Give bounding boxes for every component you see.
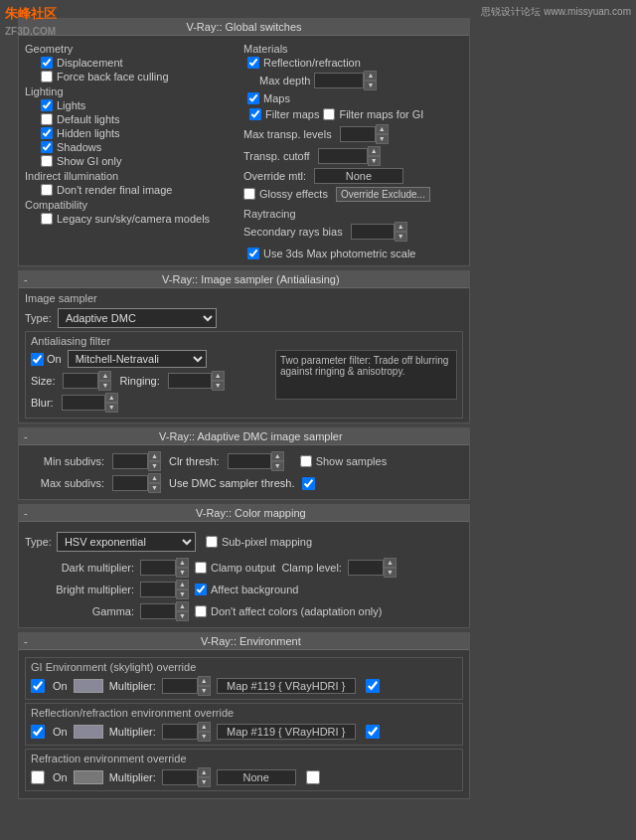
watermark-right: 思锐设计论坛 www.missyuan.com: [481, 5, 631, 19]
image-sampler-minus[interactable]: -: [19, 271, 33, 287]
color-mapping-minus[interactable]: -: [19, 505, 33, 521]
use-dmc-checkbox[interactable]: [302, 477, 315, 490]
max-depth-label: Max depth: [259, 75, 310, 86]
transp-cutoff-input[interactable]: 0,001: [318, 148, 368, 164]
refr-env-group: Refraction environment override On Multi…: [25, 749, 463, 791]
transp-cutoff-row: Transp. cutoff 0,001 ▲▼: [243, 146, 463, 166]
refr-color-box[interactable]: [74, 770, 103, 784]
use-photometric-checkbox[interactable]: [247, 248, 259, 259]
min-subdivs-arrows[interactable]: ▲▼: [148, 451, 161, 471]
ringing-arrows[interactable]: ▲▼: [212, 371, 225, 391]
show-samples-label: Show samples: [316, 455, 388, 467]
reflection-refraction-checkbox[interactable]: [247, 57, 259, 69]
shadows-checkbox[interactable]: [41, 141, 53, 153]
maps-checkbox[interactable]: [247, 92, 259, 104]
blur-input[interactable]: 0,333: [62, 395, 105, 411]
sub-pixel-checkbox[interactable]: [206, 536, 218, 548]
dark-mult-input[interactable]: 1,0: [140, 560, 176, 576]
refl-env-label: Reflection/refraction environment overri…: [31, 707, 457, 719]
environment-header-bar: - V-Ray:: Environment: [19, 633, 469, 650]
max-depth-input[interactable]: 2: [314, 73, 364, 88]
dark-mult-arrows[interactable]: ▲▼: [176, 558, 189, 578]
gamma-arrows[interactable]: ▲▼: [176, 601, 189, 621]
cm-type-select[interactable]: HSV exponential: [57, 532, 196, 552]
refl-multiplier-input[interactable]: 1,0: [162, 724, 198, 740]
clamp-output-checkbox[interactable]: [195, 562, 207, 574]
clamp-level-arrows[interactable]: ▲▼: [384, 558, 397, 578]
clr-thresh-arrows[interactable]: ▲▼: [271, 451, 284, 471]
blur-label: Blur:: [31, 397, 54, 409]
gi-map-value: Map #119 { VRayHDRI }: [217, 678, 356, 694]
clamp-level-input[interactable]: 1,0: [348, 560, 384, 576]
max-transp-arrows[interactable]: ▲▼: [376, 124, 389, 144]
force-back-label: Force back face culling: [57, 71, 169, 83]
adaptive-dmc-minus[interactable]: -: [19, 428, 33, 444]
affect-background-label: Affect background: [211, 584, 298, 595]
antialiasing-label: Antialiasing filter: [31, 335, 457, 347]
gi-multiplier-input[interactable]: 1,0: [162, 678, 198, 694]
gi-multiplier-arrows[interactable]: ▲▼: [198, 676, 211, 696]
filter-maps-gi-checkbox[interactable]: [323, 108, 335, 120]
dont-affect-checkbox[interactable]: [195, 605, 207, 617]
environment-minus[interactable]: -: [19, 633, 33, 649]
gi-env-group: GI Environment (skylight) override On Mu…: [25, 657, 463, 700]
filter-type-select[interactable]: Mitchell-Netravali: [68, 350, 207, 368]
override-exclude-button[interactable]: Override Exclude...: [336, 187, 430, 202]
filter-maps-checkbox[interactable]: [249, 108, 261, 120]
image-sampler-header-bar: - V-Ray:: Image sampler (Antialiasing): [19, 271, 469, 288]
gi-color-box[interactable]: [74, 679, 103, 693]
secondary-rays-arrows[interactable]: ▲▼: [395, 222, 407, 242]
default-lights-checkbox[interactable]: [41, 113, 53, 125]
bright-mult-input[interactable]: 2,0: [140, 582, 176, 597]
hidden-lights-checkbox[interactable]: [41, 127, 53, 139]
affect-background-checkbox[interactable]: [195, 584, 207, 595]
filter-maps-gi-row: Filter maps for GI: [323, 108, 423, 120]
force-back-checkbox[interactable]: [41, 71, 53, 83]
size-input[interactable]: 4,0: [63, 373, 98, 389]
max-depth-arrows[interactable]: ▲▼: [364, 71, 377, 90]
show-gi-only-label: Show GI only: [57, 155, 121, 167]
refl-on-checkbox[interactable]: [31, 725, 45, 739]
gamma-input[interactable]: 1,2: [140, 603, 176, 619]
use-photometric-label: Use 3ds Max photometric scale: [263, 248, 415, 259]
indirect-label: Indirect illumination: [25, 170, 243, 182]
filter-row: On Mitchell-Netravali Size: 4,0 ▲▼ Rin: [31, 350, 457, 415]
refr-on-checkbox[interactable]: [31, 770, 45, 784]
bright-mult-arrows[interactable]: ▲▼: [176, 580, 189, 599]
gi-on-checkbox[interactable]: [31, 679, 45, 693]
legacy-sun-checkbox[interactable]: [41, 213, 53, 225]
size-arrows[interactable]: ▲▼: [98, 371, 111, 391]
refl-multiplier-arrows[interactable]: ▲▼: [198, 722, 211, 742]
ringing-input[interactable]: 0,333: [168, 373, 212, 389]
show-gi-only-checkbox[interactable]: [41, 155, 53, 167]
transp-cutoff-arrows[interactable]: ▲▼: [368, 146, 381, 166]
refr-multiplier-input[interactable]: 1,0: [162, 769, 198, 785]
image-sampler-label: Image sampler: [25, 292, 463, 304]
displacement-checkbox[interactable]: [41, 57, 53, 69]
max-subdivs-input[interactable]: 4: [112, 475, 148, 491]
reflection-refraction-row: Reflection/refraction: [243, 57, 463, 69]
refr-multiplier-arrows[interactable]: ▲▼: [198, 767, 211, 787]
antialiasing-on-checkbox[interactable]: [31, 353, 44, 366]
type-select[interactable]: Adaptive DMC: [58, 308, 217, 328]
lights-row: Lights: [25, 99, 243, 111]
blur-arrows[interactable]: ▲▼: [105, 393, 118, 413]
refl-map-value: Map #119 { VRayHDRI }: [217, 724, 356, 740]
override-mtl-value: None: [314, 168, 403, 184]
gi-map-enable-checkbox[interactable]: [366, 679, 380, 693]
dont-render-checkbox[interactable]: [41, 184, 53, 196]
lights-checkbox[interactable]: [41, 99, 53, 111]
min-subdivs-input[interactable]: 1: [112, 453, 148, 469]
refl-map-enable-checkbox[interactable]: [366, 725, 380, 739]
refl-color-box[interactable]: [74, 725, 103, 739]
show-samples-checkbox[interactable]: [300, 455, 312, 467]
max-subdivs-arrows[interactable]: ▲▼: [148, 473, 161, 493]
secondary-rays-label: Secondary rays bias: [243, 226, 343, 238]
secondary-rays-input[interactable]: 0,0: [351, 224, 395, 240]
clr-thresh-input[interactable]: 0,01: [228, 453, 271, 469]
sub-pixel-label: Sub-pixel mapping: [222, 536, 312, 548]
refr-map-enable-checkbox[interactable]: [306, 770, 320, 784]
max-transp-input[interactable]: 50: [340, 126, 376, 142]
glossy-checkbox[interactable]: [243, 188, 255, 200]
blur-row: Blur: 0,333 ▲▼: [31, 393, 269, 413]
